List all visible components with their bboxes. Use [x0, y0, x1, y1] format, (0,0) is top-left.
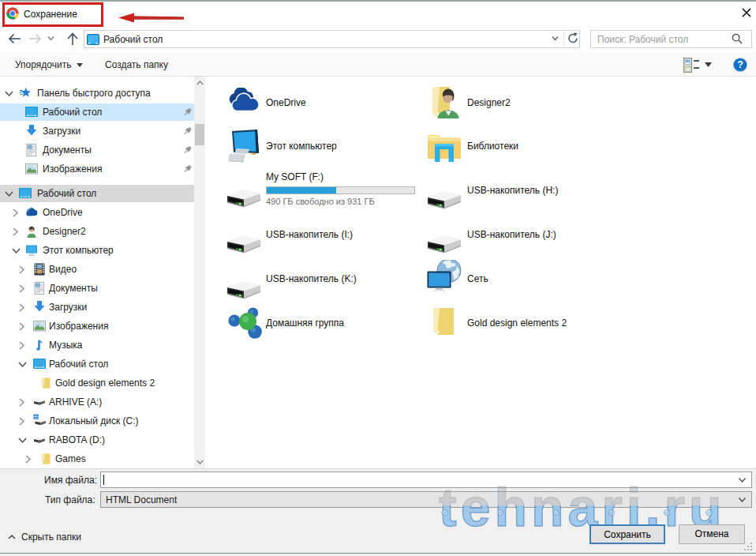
svg-text:?: ?: [737, 59, 743, 70]
